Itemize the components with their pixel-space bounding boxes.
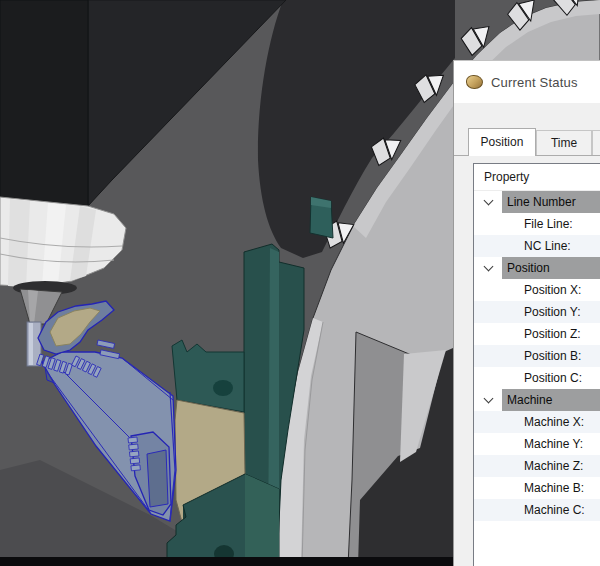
property-label: File Line: [524, 217, 573, 231]
property-label: NC Line: [524, 239, 571, 253]
app-window: Current Status PositionTime Property Lin… [0, 0, 600, 566]
property-row-position-x[interactable]: Position X: [474, 279, 600, 301]
property-row-file-line[interactable]: File Line: [474, 213, 600, 235]
group-row-line-number[interactable]: Line Number [474, 191, 600, 213]
property-row-machine-z[interactable]: Machine Z: [474, 455, 600, 477]
chevron-down-icon[interactable] [483, 393, 493, 403]
property-label: Machine X: [524, 415, 584, 429]
property-label: Machine C: [524, 503, 585, 517]
property-row-machine-c[interactable]: Machine C: [474, 499, 600, 521]
group-label: Position [502, 257, 600, 279]
property-row-position-y[interactable]: Position Y: [474, 301, 600, 323]
property-row-position-z[interactable]: Position Z: [474, 323, 600, 345]
expander-gutter [474, 191, 502, 213]
property-label: Machine Z: [524, 459, 583, 473]
viewport-bottom-bar [0, 557, 455, 566]
spindle-housing-side [0, 0, 88, 206]
property-rows: Line NumberFile Line:NC Line:PositionPos… [474, 191, 600, 521]
property-label: Position C: [524, 371, 582, 385]
property-row-machine-y[interactable]: Machine Y: [474, 433, 600, 455]
expander-gutter [474, 257, 502, 279]
group-label: Machine [502, 389, 600, 411]
panel-header: Current Status [454, 61, 600, 103]
tab-strip: PositionTime [454, 127, 600, 156]
tab-partial[interactable] [592, 130, 600, 155]
stock-icon [466, 75, 483, 89]
property-column-header: Property [474, 164, 600, 191]
chevron-down-icon[interactable] [483, 195, 493, 205]
group-row-machine[interactable]: Machine [474, 389, 600, 411]
property-row-machine-x[interactable]: Machine X: [474, 411, 600, 433]
property-grid: Property Line NumberFile Line:NC Line:Po… [473, 163, 600, 566]
property-row-machine-b[interactable]: Machine B: [474, 477, 600, 499]
tab-time[interactable]: Time [536, 130, 592, 155]
current-status-panel: Current Status PositionTime Property Lin… [453, 60, 600, 566]
property-label: Position Y: [524, 305, 580, 319]
chevron-down-icon[interactable] [483, 261, 493, 271]
property-row-nc-line[interactable]: NC Line: [474, 235, 600, 257]
property-row-position-b[interactable]: Position B: [474, 345, 600, 367]
property-label: Position B: [524, 349, 581, 363]
property-label: Machine B: [524, 481, 584, 495]
property-row-position-c[interactable]: Position C: [474, 367, 600, 389]
panel-title: Current Status [491, 75, 578, 90]
tab-position[interactable]: Position [468, 128, 536, 156]
property-label: Position Z: [524, 327, 581, 341]
property-label: Machine Y: [524, 437, 583, 451]
group-row-position[interactable]: Position [474, 257, 600, 279]
expander-gutter [474, 389, 502, 411]
group-label: Line Number [502, 191, 600, 213]
property-label: Position X: [524, 283, 581, 297]
